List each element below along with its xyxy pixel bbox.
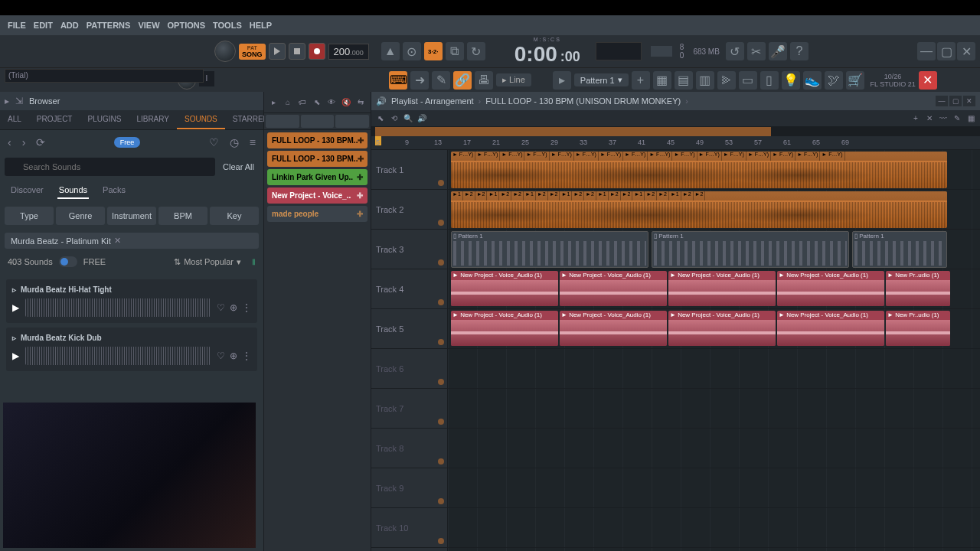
close-icon[interactable]: ✕ <box>957 42 975 60</box>
time-display[interactable]: 0:00:00 <box>514 42 580 67</box>
subtab-sounds[interactable]: Sounds <box>57 182 89 199</box>
prev-pattern-icon[interactable]: ▸ <box>553 71 571 90</box>
picker-mute-icon[interactable]: 🔇 <box>340 96 352 109</box>
track-lane[interactable] <box>448 389 980 428</box>
audio-clip[interactable]: ► New Project - Voice_Audio (1) <box>668 311 776 346</box>
pattern-selector[interactable]: Pattern 1 ▾ <box>574 73 629 86</box>
play-preview-icon[interactable]: ▶ <box>12 302 19 313</box>
menu-edit[interactable]: EDIT <box>31 19 56 31</box>
pl-grid-icon[interactable]: ▦ <box>965 112 977 125</box>
picker-tag-icon[interactable]: 🏷 <box>296 96 309 109</box>
cut-icon[interactable]: ✂ <box>747 42 766 60</box>
clear-all-button[interactable]: Clear All <box>218 159 259 174</box>
stop-button[interactable] <box>289 43 305 60</box>
playlist-track[interactable]: Track 10 <box>371 508 980 548</box>
add-pattern-icon[interactable]: + <box>632 71 650 90</box>
play-button[interactable] <box>269 43 286 60</box>
picker-swap-icon[interactable]: ⇆ <box>354 96 367 109</box>
filter-genre[interactable]: Genre <box>56 207 105 225</box>
view-mixer-icon[interactable]: ⫸ <box>717 71 736 90</box>
pl-pencil-icon[interactable]: ✎ <box>951 112 963 125</box>
pattern-item[interactable]: made people✚ <box>267 206 368 222</box>
help-icon[interactable]: ? <box>790 42 808 60</box>
filter-bpm[interactable]: BPM <box>158 207 207 225</box>
playlist-minimap[interactable] <box>371 127 980 136</box>
audio-clip[interactable]: ► New Project - Voice_Audio (1) <box>451 271 558 306</box>
minimize-icon[interactable]: — <box>917 42 936 60</box>
track-header[interactable]: Track 6 <box>371 349 448 388</box>
free-badge[interactable]: Free <box>114 137 141 148</box>
track-header[interactable]: Track 8 <box>371 429 448 468</box>
pattern-item[interactable]: Linkin Park Given Up..✚ <box>267 169 368 185</box>
song-pat-toggle[interactable]: PAT SONG <box>239 44 266 60</box>
heart-icon[interactable]: ♡ <box>206 135 222 150</box>
pl-add-icon[interactable]: + <box>910 112 922 125</box>
speaker-icon[interactable]: 🔊 <box>376 96 387 106</box>
search-input[interactable] <box>5 158 215 176</box>
tab-sounds[interactable]: SOUNDS <box>177 110 225 129</box>
tool-idea-icon[interactable]: 💡 <box>782 71 800 90</box>
view-plugin-icon[interactable]: ▯ <box>760 71 779 90</box>
shop-icon[interactable]: 🛒 <box>846 71 864 90</box>
track-lane[interactable]: ► F…Y)► F…Y)► F…Y)► F…Y)► F…Y)► F…Y)► F…… <box>448 150 980 189</box>
mode-2[interactable] <box>301 115 335 128</box>
fav-icon[interactable]: ♡ <box>217 302 225 313</box>
track-header[interactable]: Track 5 <box>371 309 448 348</box>
view-playlist-icon[interactable]: ▦ <box>653 71 671 90</box>
step-mode-icon[interactable]: ⧉ <box>446 42 464 60</box>
audio-clip[interactable]: ► New Project - Voice_Audio (1) <box>668 271 776 306</box>
picker-play-icon[interactable]: ▸ <box>267 96 279 109</box>
pattern-clip[interactable]: ▯ Pattern 1 <box>852 231 947 268</box>
pl-wave-icon[interactable]: 〰 <box>937 112 949 125</box>
track-lane[interactable] <box>448 548 980 551</box>
playlist-ruler[interactable]: 59131721252933374145495357616569 <box>371 136 980 150</box>
menu-tools[interactable]: TOOLS <box>210 19 245 31</box>
pin-icon[interactable]: ⇲ <box>15 96 23 106</box>
pl-sync-icon[interactable]: ⟲ <box>388 112 400 125</box>
track-header[interactable]: Track 11 <box>371 548 448 551</box>
audio-clip[interactable]: ► New Project - Voice_Audio (1) <box>560 311 667 346</box>
export-icon[interactable]: ➜ <box>410 71 429 90</box>
track-lane[interactable] <box>448 429 980 468</box>
track-lane[interactable] <box>448 349 980 388</box>
link-icon[interactable]: 🔗 <box>453 71 472 90</box>
track-lane[interactable]: ► New Project - Voice_Audio (1)► New Pro… <box>448 309 980 348</box>
pl-snap-icon[interactable]: 🔊 <box>416 112 428 125</box>
clock-icon[interactable]: ◷ <box>227 135 242 150</box>
track-header[interactable]: Track 2 <box>371 190 448 229</box>
track-lane[interactable]: ▯ Pattern 1▯ Pattern 1▯ Pattern 1 <box>448 230 980 269</box>
maximize-icon[interactable]: ▢ <box>937 42 956 60</box>
mic-icon[interactable]: 🎤 <box>769 42 787 60</box>
track-lane[interactable]: ► New Project - Voice_Audio (1)► New Pro… <box>448 269 980 308</box>
pl-min-icon[interactable]: — <box>936 96 948 106</box>
pattern-item[interactable]: New Project - Voice_..✚ <box>267 187 368 204</box>
menu-add[interactable]: ADD <box>57 19 82 31</box>
play-preview-icon[interactable]: ▶ <box>12 350 19 361</box>
sound-item[interactable]: ▹Murda Beatz Kick Dub ▶ ♡ ⊕ ⋮ <box>6 328 257 371</box>
view-channel-icon[interactable]: ▥ <box>696 71 714 90</box>
more-icon[interactable]: ⋮ <box>242 302 251 313</box>
pl-del-icon[interactable]: ✕ <box>923 112 936 125</box>
audio-clip[interactable]: ► New Project - Voice_Audio (1) <box>777 271 884 306</box>
track-lane[interactable] <box>448 508 980 547</box>
pattern-clip[interactable]: ▯ Pattern 1 <box>652 231 849 268</box>
playlist-track[interactable]: Track 11 <box>371 548 980 551</box>
audio-clip[interactable]: ► New Project - Voice_Audio (1) <box>777 311 884 346</box>
sort-select[interactable]: ⇅ Most Popular ▾ <box>174 257 241 267</box>
menu-options[interactable]: OPTIONS <box>165 19 209 31</box>
playlist-track[interactable]: Track 2 ►1►2►2►1►2►2►1►2►2►1►2►2►1►2►2►1… <box>371 190 980 230</box>
tab-all[interactable]: ALL <box>0 110 29 129</box>
print-icon[interactable]: 🖶 <box>475 71 493 90</box>
track-header[interactable]: Track 9 <box>371 468 448 507</box>
brush-icon[interactable]: ✎ <box>432 71 450 90</box>
collapse-icon[interactable]: ▸ <box>5 96 9 106</box>
menu-file[interactable]: FILE <box>5 19 29 31</box>
close-panel-icon[interactable]: ✕ <box>919 71 937 90</box>
playlist-track[interactable]: Track 8 <box>371 429 980 468</box>
view-piano-icon[interactable]: ▤ <box>675 71 693 90</box>
tab-plugins[interactable]: PLUGINS <box>80 110 129 129</box>
audio-clip[interactable]: ► New Project - Voice_Audio (1) <box>560 271 667 306</box>
playlist-titlebar[interactable]: 🔊 Playlist - Arrangement › FULL LOOP - 1… <box>371 92 980 110</box>
filter-instrument[interactable]: Instrument <box>107 207 156 225</box>
wait-input-icon[interactable]: 3·2· <box>424 42 443 60</box>
